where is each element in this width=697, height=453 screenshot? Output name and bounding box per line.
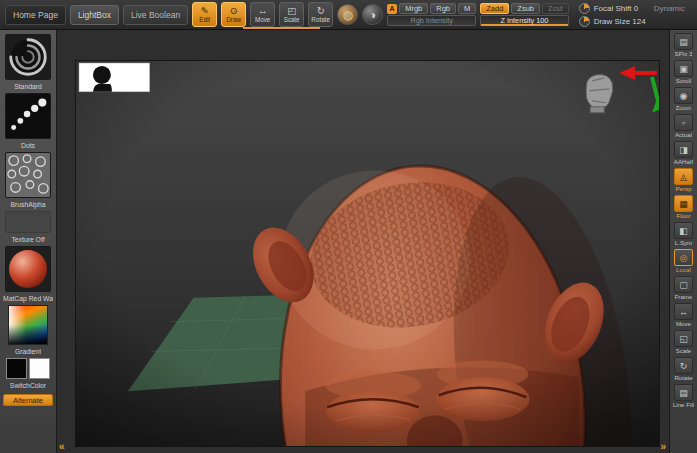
document-thumbnail xyxy=(79,63,150,92)
zadd-button[interactable]: Zadd xyxy=(480,3,509,14)
sphere-icon: ◑ xyxy=(369,8,376,22)
focal-shift-label: Focal Shift 0 xyxy=(594,4,638,13)
dots-stroke-icon xyxy=(6,94,50,138)
document-area[interactable] xyxy=(75,60,660,447)
aahalf-icon[interactable]: ◨ xyxy=(674,141,693,158)
m-button[interactable]: M xyxy=(458,3,476,14)
material-sphere-icon[interactable]: ◑ xyxy=(362,4,383,25)
rotate-icon: ↻ xyxy=(317,6,325,16)
right-shelf-item-rotate[interactable]: ↻ Rotate xyxy=(670,357,697,382)
perspective-icon[interactable]: ◬ xyxy=(674,168,693,185)
rotate-button[interactable]: ↻ Rotate xyxy=(308,2,333,27)
move-button[interactable]: ↔ Move xyxy=(250,2,275,27)
brush-label: Standard xyxy=(14,82,42,91)
texture-label: Texture Off xyxy=(11,235,44,244)
edit-label: Edit xyxy=(199,17,210,23)
scale-label: Scale xyxy=(284,17,300,23)
zoom-icon[interactable]: ◉ xyxy=(674,87,693,104)
material-label: MatCap Red Wa xyxy=(3,294,53,303)
alpha-thumbnail[interactable] xyxy=(5,152,51,198)
right-shelf-item-spix[interactable]: ▤ SPix 3 xyxy=(670,33,697,58)
draw-size-label: Draw Size 124 xyxy=(594,17,646,26)
z-intensity-slider[interactable]: Z Intensity 100 xyxy=(480,15,568,26)
right-shelf-item-zoom[interactable]: ◉ Zoom xyxy=(670,87,697,112)
active-alpha-badge: A xyxy=(387,4,397,14)
alpha-label: BrushAlpha xyxy=(10,200,45,209)
move-icon: ↔ xyxy=(258,6,268,16)
gradient-label: Gradient xyxy=(15,347,41,356)
stroke-thumbnail[interactable] xyxy=(5,93,51,139)
draw-label: Draw xyxy=(226,17,241,23)
brush-thumbnail[interactable] xyxy=(5,34,51,80)
right-shelf-item-move[interactable]: ↔ Move xyxy=(670,303,697,328)
main-color-swatch[interactable] xyxy=(6,358,27,379)
left-tray-toggle-icon[interactable]: « xyxy=(59,442,65,452)
left-shelf: Standard Dots BrushAlpha Texture Off xyxy=(0,30,57,453)
spix-icon[interactable]: ▤ xyxy=(674,33,693,50)
right-shelf-item-lsym[interactable]: ◧ L.Sym xyxy=(670,222,697,247)
right-tray-toggle-icon[interactable]: » xyxy=(660,442,666,452)
local-symmetry-icon[interactable]: ◧ xyxy=(674,222,693,239)
crackle-alpha-icon xyxy=(6,153,50,197)
lightbox-button[interactable]: LightBox xyxy=(70,5,119,25)
actual-size-icon[interactable]: ▫ xyxy=(674,114,693,131)
live-boolean-button[interactable]: Live Boolean xyxy=(123,5,188,25)
brush-disc-icon: ◍ xyxy=(342,8,352,22)
right-shelf-item-aahalf[interactable]: ◨ AAHalf xyxy=(670,141,697,166)
right-shelf: ▤ SPix 3 ▣ Scroll ◉ Zoom ▫ Actual ◨ AAHa… xyxy=(669,30,697,453)
right-shelf-item-persp[interactable]: ◬ Persp xyxy=(670,168,697,193)
viewport[interactable]: « » xyxy=(57,30,669,453)
right-shelf-item-frame[interactable]: ▢ Frame xyxy=(670,276,697,301)
scroll-icon[interactable]: ▣ xyxy=(674,60,693,77)
mrgb-button[interactable]: Mrgb xyxy=(399,3,428,14)
scale-button[interactable]: ◰ Scale xyxy=(279,2,304,27)
right-shelf-item-actual[interactable]: ▫ Actual xyxy=(670,114,697,139)
rotate-label: Rotate xyxy=(311,17,330,23)
viewport-canvas[interactable] xyxy=(76,61,659,446)
edit-button[interactable]: ✎ Edit xyxy=(192,2,217,27)
draw-size-knob[interactable] xyxy=(579,16,590,27)
frame-icon[interactable]: ▢ xyxy=(674,276,693,293)
right-shelf-item-linefill[interactable]: ▤ Line Fill xyxy=(670,384,697,409)
stroke-label: Dots xyxy=(21,141,35,150)
local-transform-icon[interactable]: ◎ xyxy=(674,249,693,266)
right-shelf-item-floor[interactable]: ▦ Floor xyxy=(670,195,697,220)
texture-slot[interactable] xyxy=(5,211,51,233)
dynamic-toggle[interactable]: Dynamic xyxy=(654,4,685,13)
draw-button[interactable]: ⊙ Draw xyxy=(221,2,246,27)
brush-settings-group: Focal Shift 0 Draw Size 124 xyxy=(579,3,646,27)
sculptris-pro-icon[interactable]: ◍ xyxy=(337,4,358,25)
color-picker[interactable] xyxy=(8,305,48,345)
right-shelf-item-scale[interactable]: ◱ Scale xyxy=(670,330,697,355)
rgb-button[interactable]: Rgb xyxy=(430,3,456,14)
pan-icon[interactable]: ↔ xyxy=(674,303,693,320)
secondary-color-swatch[interactable] xyxy=(29,358,50,379)
scale-icon: ◰ xyxy=(287,6,296,16)
slider-indicator xyxy=(243,27,320,29)
focal-shift-knob[interactable] xyxy=(579,3,590,14)
zsub-button[interactable]: Zsub xyxy=(511,3,540,14)
zbrush-app: Home Page LightBox Live Boolean ✎ Edit ⊙… xyxy=(0,0,697,453)
line-fill-icon[interactable]: ▤ xyxy=(674,384,693,401)
head-silhouette-icon xyxy=(93,66,111,84)
vignette xyxy=(76,61,659,446)
rgb-intensity-slider[interactable]: Rgb Intensity xyxy=(387,15,476,26)
orbit-icon[interactable]: ↻ xyxy=(674,357,693,374)
zoom-scale-icon[interactable]: ◱ xyxy=(674,330,693,347)
right-shelf-item-scroll[interactable]: ▣ Scroll xyxy=(670,60,697,85)
top-shelf: Home Page LightBox Live Boolean ✎ Edit ⊙… xyxy=(0,0,697,30)
right-shelf-item-local[interactable]: ◎ Local xyxy=(670,249,697,274)
floor-grid-icon[interactable]: ▦ xyxy=(674,195,693,212)
paint-mode-group: A Mrgb Rgb M Rgb Intensity xyxy=(387,3,476,26)
color-swatches xyxy=(6,358,50,379)
zcut-button[interactable]: Zcut xyxy=(542,3,569,14)
material-thumbnail[interactable] xyxy=(5,246,51,292)
pen-icon: ⊙ xyxy=(230,6,238,16)
sculpt-mode-group: Zadd Zsub Zcut Z Intensity 100 xyxy=(480,3,568,26)
alternate-button[interactable]: Alternate xyxy=(3,394,53,406)
standard-brush-icon xyxy=(6,35,50,79)
move-label: Move xyxy=(255,17,270,23)
home-page-button[interactable]: Home Page xyxy=(5,5,66,25)
pencil-icon: ✎ xyxy=(201,6,209,16)
switch-color-label: SwitchColor xyxy=(10,381,46,390)
